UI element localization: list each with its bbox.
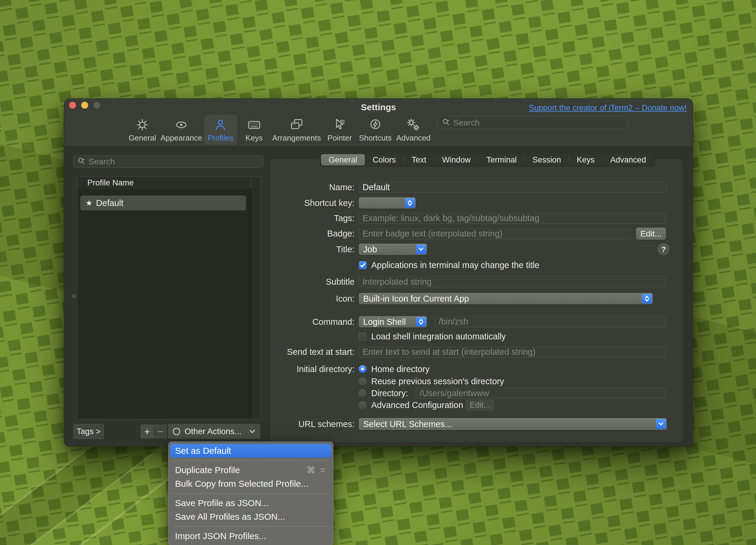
name-label: Name: [272, 182, 355, 193]
toolbar-item-shortcuts[interactable]: Shortcuts [355, 115, 395, 145]
remove-profile-button[interactable]: − [154, 424, 167, 439]
menu-item-set-as-default[interactable]: Set as Default [170, 444, 331, 458]
tab-general[interactable]: General [321, 154, 365, 166]
menu-item-label: Bulk Copy from Selected Profile... [175, 477, 308, 491]
radio-reuse-directory-label: Reuse previous session's directory [371, 376, 504, 386]
radio-custom-directory-label: Directory: [371, 388, 408, 398]
settings-window: Settings Support the creator of iTerm2 –… [64, 98, 693, 447]
tab-text[interactable]: Text [404, 154, 434, 166]
radio-custom-directory[interactable] [359, 389, 366, 397]
tab-session[interactable]: Session [525, 154, 569, 166]
radio-advanced-configuration[interactable] [359, 401, 366, 409]
shell-integration-checkbox[interactable] [359, 333, 367, 341]
toolbar-item-advanced[interactable]: Advanced [393, 115, 434, 145]
shortcut-key-label: Shortcut key: [272, 197, 355, 209]
toolbar-item-label: Shortcuts [359, 133, 392, 143]
profile-search-input[interactable] [89, 157, 260, 166]
profile-tab-bar: General Colors Text Window Terminal Sess… [320, 153, 655, 166]
name-input[interactable] [363, 182, 662, 192]
menu-item-import-json-profiles[interactable]: Import JSON Profiles... [170, 529, 331, 543]
cursor-icon [331, 116, 348, 133]
send-text-label: Send text at start: [272, 346, 355, 357]
radio-home-directory[interactable] [359, 365, 366, 373]
other-actions-label: Other Actions... [185, 427, 249, 436]
profile-add-remove-group: + − [140, 424, 167, 439]
shortcut-key-dropdown[interactable] [359, 197, 416, 209]
command-dropdown[interactable]: Login Shell [359, 316, 427, 327]
toolbar-item-keys[interactable]: Keys [242, 115, 266, 145]
icon-dropdown[interactable]: Built-in Icon for Current App [359, 293, 653, 304]
tab-colors[interactable]: Colors [365, 154, 404, 166]
toolbar-item-pointer[interactable]: Pointer [324, 115, 355, 145]
badge-edit-button[interactable]: Edit... [636, 228, 666, 240]
ellipsis-circle-icon [172, 427, 181, 436]
donate-link[interactable]: Support the creator of iTerm2 – Donate n… [529, 103, 687, 113]
menu-item-label: Save All Profiles as JSON... [175, 510, 285, 524]
toolbar-item-profiles[interactable]: Profiles [204, 115, 237, 145]
tags-button[interactable]: Tags > [73, 424, 104, 439]
menu-item-save-all-profiles-json[interactable]: Save All Profiles as JSON... [170, 510, 331, 524]
help-button[interactable]: ? [657, 243, 670, 256]
toolbar-item-general[interactable]: General [125, 115, 160, 145]
tab-terminal[interactable]: Terminal [479, 154, 525, 166]
add-profile-button[interactable]: + [141, 424, 154, 439]
stepper-icon [642, 294, 652, 303]
toolbar-item-appearance[interactable]: Appearance [157, 115, 206, 145]
plus-icon: + [144, 426, 150, 437]
send-text-input[interactable] [363, 347, 662, 357]
profile-row-default[interactable]: ★ Default [80, 196, 246, 210]
scrollbar-track[interactable] [251, 190, 260, 419]
windows-icon [288, 116, 305, 133]
other-actions-menu: Set as Default Duplicate Profile ⌘ = Bul… [168, 442, 333, 545]
title-dropdown-value: Job [363, 245, 377, 254]
badge-input[interactable] [363, 229, 627, 239]
profile-name: Default [96, 198, 123, 208]
profile-table-header[interactable]: Profile Name [77, 177, 260, 190]
stepper-icon [405, 198, 415, 208]
toolbar-item-label: Arrangements [272, 133, 321, 143]
command-path-input[interactable] [439, 317, 662, 327]
gears-icon [405, 116, 422, 133]
menu-item-save-profile-json[interactable]: Save Profile as JSON... [170, 496, 331, 510]
menu-item-duplicate-profile[interactable]: Duplicate Profile ⌘ = [170, 463, 331, 477]
stepper-icon [416, 317, 426, 327]
initial-directory-label: Initial directory: [272, 364, 355, 374]
menu-item-label: Save Profile as JSON... [175, 496, 269, 510]
splitter-handle-dot[interactable] [72, 294, 76, 298]
tags-button-label: Tags > [77, 427, 100, 436]
keyboard-icon [246, 116, 262, 133]
tags-input[interactable] [363, 213, 662, 223]
toolbar-item-arrangements[interactable]: Arrangements [269, 115, 324, 145]
toolbar-search-input[interactable] [453, 118, 624, 127]
url-schemes-value: Select URL Schemes... [363, 419, 452, 429]
icon-label: Icon: [272, 293, 355, 304]
menu-item-label: Duplicate Profile [175, 463, 240, 477]
shell-integration-checkbox-label: Load shell integration automatically [371, 331, 506, 341]
profile-search-field [73, 155, 264, 168]
eye-icon [173, 116, 190, 133]
tab-advanced[interactable]: Advanced [603, 154, 654, 166]
radio-reuse-directory[interactable] [359, 377, 366, 385]
toolbar-item-label: Pointer [327, 133, 352, 143]
menu-item-label: Import JSON Profiles... [175, 529, 266, 543]
directory-input[interactable] [420, 388, 662, 398]
tab-keys[interactable]: Keys [569, 154, 602, 166]
gear-icon [134, 116, 151, 133]
title-dropdown[interactable]: Job [359, 244, 427, 255]
icon-dropdown-value: Built-in Icon for Current App [363, 294, 469, 304]
menu-separator [173, 526, 329, 527]
title-change-checkbox[interactable] [359, 261, 367, 269]
checkmark-icon [360, 262, 366, 268]
menu-item-bulk-copy[interactable]: Bulk Copy from Selected Profile... [170, 477, 331, 491]
subtitle-input[interactable] [363, 277, 662, 287]
title-label: Title: [272, 244, 355, 255]
url-schemes-dropdown[interactable]: Select URL Schemes... [359, 418, 667, 430]
subtitle-field [359, 276, 666, 287]
default-star-icon: ★ [86, 199, 92, 208]
menu-item-label: Set as Default [175, 444, 231, 458]
advanced-edit-button[interactable]: Edit... [466, 400, 494, 410]
tab-window[interactable]: Window [434, 154, 478, 166]
search-icon [442, 118, 450, 127]
toolbar-item-label: Appearance [160, 133, 202, 143]
other-actions-dropdown[interactable]: Other Actions... [168, 424, 260, 439]
